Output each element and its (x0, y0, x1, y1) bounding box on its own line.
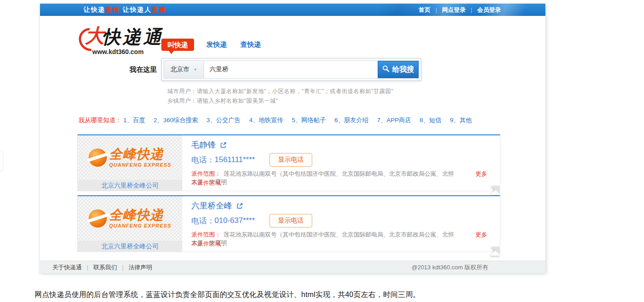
city-select[interactable]: 北京市 ▼ (164, 61, 204, 78)
external-link-icon[interactable] (220, 142, 227, 149)
result-card: 全峰快递 QUANFENG EXPRESS 北京六里桥全峰公司 毛静锋 电话： … (77, 134, 500, 191)
quanfeng-logo: 全峰快递 QUANFENG EXPRESS (78, 140, 182, 175)
logo-url: www.kdt360.com (92, 48, 144, 55)
city-select-value: 北京市 (170, 65, 190, 74)
chevron-down-icon: ▼ (194, 68, 197, 72)
tab-call-courier[interactable]: 叫快递 (161, 39, 194, 51)
company-name-link[interactable]: 北京六里桥全峰公司 (78, 241, 182, 252)
tab-send-express[interactable]: 发快递 (206, 40, 227, 49)
slogan: 让快递更快 让快递人更爽 (84, 4, 166, 16)
search-box: 北京市 ▼ 给我搜 (161, 58, 421, 81)
slogan-text: 让快递 (84, 6, 105, 13)
delivery-range-label: 派件范围： (191, 231, 221, 238)
no-delivery-label: 不派件区域： (191, 240, 227, 247)
search-icon (382, 65, 389, 74)
hint-town-users: 乡镇用户：请输入乡村名称如"国美第一城" (167, 97, 278, 105)
edge-widget (0, 150, 3, 171)
brand-logo-box: 全峰快递 QUANFENG EXPRESS 北京六里桥全峰公司 (78, 196, 182, 252)
company-name-link[interactable]: 北京六里桥全峰公司 (78, 180, 182, 191)
location-label: 我在这里 (130, 65, 157, 74)
referral-option-other[interactable]: 9、其他 (450, 117, 472, 124)
divider: | (430, 6, 442, 13)
no-delivery-label: 不派件区域： (191, 179, 227, 186)
page-curl-icon (489, 184, 500, 195)
site-logo[interactable]: 大 快递通 www.kdt360.com (79, 22, 165, 58)
divider: | (466, 6, 477, 13)
search-button-label: 给我搜 (392, 65, 414, 74)
brand-name-en: QUANFENG EXPRESS (109, 162, 171, 168)
divider: | (117, 264, 128, 271)
footer-legal-link[interactable]: 法律声明 (129, 264, 152, 271)
slogan-text: 让快递人 (123, 6, 152, 13)
divider: | (82, 264, 93, 271)
referral-option-bus-ad[interactable]: 3、公交广告 (206, 117, 240, 124)
more-link[interactable]: 更多 (475, 170, 487, 178)
show-phone-button[interactable]: 显示电话 (270, 153, 312, 167)
globe-icon (89, 209, 107, 228)
search-input[interactable] (204, 61, 378, 78)
brand-name-cn: 全峰快递 (109, 208, 171, 222)
member-login-link[interactable]: 会员登录 (477, 6, 501, 13)
referral-option-appstore[interactable]: 7、APP商店 (377, 117, 411, 124)
delivery-range-text: 莲花池东路以南双号（其中包括国济中医院、北京国际邮电局、北京市邮政局公寓、北恒大… (191, 231, 454, 246)
topbar-links: 首页|网点登录|会员登录 (419, 4, 501, 16)
logo-glyph: 大 (85, 26, 104, 45)
courier-name-link[interactable]: 六里桥全峰 (191, 200, 232, 211)
courier-name-link[interactable]: 毛静锋 (191, 139, 216, 150)
result-card: 全峰快递 QUANFENG EXPRESS 北京六里桥全峰公司 六里桥全峰 电话… (77, 195, 500, 252)
referral-option-baidu[interactable]: 1、百度 (123, 117, 145, 124)
referral-option-subway[interactable]: 4、地铁宣传 (249, 117, 283, 124)
phone-number: 010-637**** (215, 216, 255, 225)
referral-option-forum[interactable]: 5、网络帖子 (292, 117, 326, 124)
home-link[interactable]: 首页 (419, 6, 430, 13)
site-page: 让快递更快 让快递人更爽 首页|网点登录|会员登录 大 快递通 www.kdt3… (40, 4, 545, 273)
phone-label: 电话： (191, 216, 215, 226)
tab-track-express[interactable]: 查快递 (240, 40, 261, 49)
referral-row: 我从哪里知道： 1、百度 2、360综合搜索 3、公交广告 4、地铁宣传 5、网… (79, 116, 479, 124)
more-link[interactable]: 更多 (475, 231, 487, 239)
copyright-text: @2013 kdt360.com 版权所有 (411, 261, 488, 274)
phone-number: 1561111**** (215, 155, 255, 164)
referral-option-friend[interactable]: 6、朋友介绍 (334, 117, 369, 124)
logo-wordmark: 快递通 (102, 25, 164, 50)
slogan-highlight: 更爽 (152, 6, 166, 13)
referral-option-360[interactable]: 2、360综合搜索 (154, 117, 198, 124)
brand-name-cn: 全峰快递 (109, 148, 171, 161)
footer-contact-link[interactable]: 联系我们 (93, 264, 117, 271)
delivery-range-label: 派件范围： (191, 170, 221, 177)
brand-name-en: QUANFENG EXPRESS (109, 223, 171, 228)
hint-city-users: 城市用户：请输入大厦名称如"新发地"；小区名称，"青年汇"；或者街道名称如"甘露… (167, 88, 394, 95)
brand-logo-box: 全峰快递 QUANFENG EXPRESS 北京六里桥全峰公司 (78, 135, 182, 191)
branch-login-link[interactable]: 网点登录 (442, 6, 466, 13)
delivery-range-text: 莲花池东路以南双号（其中包括国济中医院、北京国际邮电局、北京市邮政局公寓、北恒大… (191, 170, 454, 185)
footer-links: 关于快递通|联系我们|法律声明 (52, 261, 152, 274)
referral-option-sms[interactable]: 8、短信 (419, 117, 441, 124)
caption-text: 网点快递员使用的后台管理系统，蓝蓝设计负责全部页面的交互优化及视觉设计、html… (35, 290, 420, 300)
show-phone-button[interactable]: 显示电话 (270, 214, 312, 228)
external-link-icon[interactable] (236, 203, 243, 209)
footer: 关于快递通|联系我们|法律声明 @2013 kdt360.com 版权所有 (40, 261, 545, 273)
slogan-highlight: 更快 (105, 6, 120, 13)
top-bar: 让快递更快 让快递人更爽 首页|网点登录|会员登录 (40, 4, 545, 16)
phone-label: 电话： (191, 155, 215, 165)
footer-about-link[interactable]: 关于快递通 (52, 264, 82, 271)
globe-icon (89, 149, 107, 167)
referral-label: 我从哪里知道： (79, 117, 122, 124)
page-curl-icon (489, 245, 500, 256)
search-button[interactable]: 给我搜 (378, 61, 419, 78)
quanfeng-logo: 全峰快递 QUANFENG EXPRESS (78, 201, 182, 236)
